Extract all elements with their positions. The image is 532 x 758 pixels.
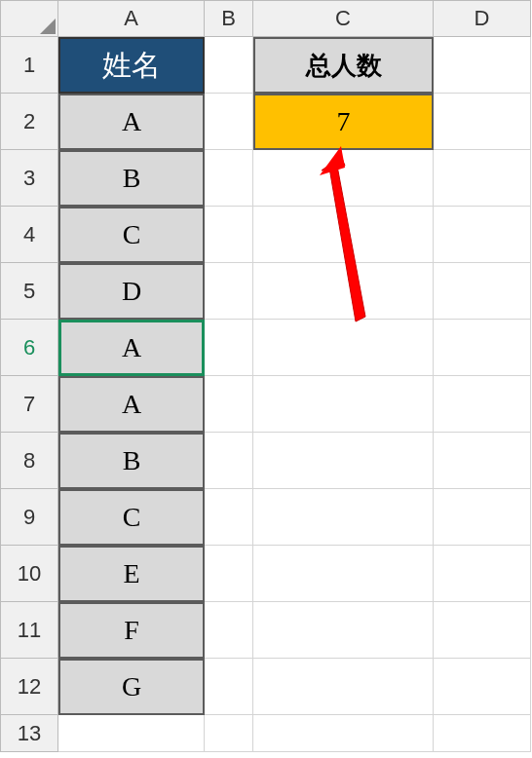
- cell-c12[interactable]: [253, 659, 434, 715]
- cell-a13[interactable]: [58, 715, 205, 752]
- cell-b5[interactable]: [205, 263, 253, 320]
- row-header-12[interactable]: 12: [0, 659, 58, 715]
- row-header-13[interactable]: 13: [0, 715, 58, 752]
- cell-d7[interactable]: [434, 376, 531, 433]
- cell-b3[interactable]: [205, 150, 253, 207]
- cell-b1[interactable]: [205, 37, 253, 94]
- cell-d9[interactable]: [434, 489, 531, 546]
- row-header-10[interactable]: 10: [0, 546, 58, 602]
- cell-d2[interactable]: [434, 94, 531, 150]
- cell-c10[interactable]: [253, 546, 434, 602]
- cell-b4[interactable]: [205, 207, 253, 263]
- cell-a12[interactable]: G: [58, 659, 205, 715]
- cell-b12[interactable]: [205, 659, 253, 715]
- row-header-2[interactable]: 2: [0, 94, 58, 150]
- cell-d1[interactable]: [434, 37, 531, 94]
- cell-b2[interactable]: [205, 94, 253, 150]
- cell-c2[interactable]: 7: [253, 94, 434, 150]
- row-header-3[interactable]: 3: [0, 150, 58, 207]
- cell-c4[interactable]: [253, 207, 434, 263]
- row-header-5[interactable]: 5: [0, 263, 58, 320]
- cell-b13[interactable]: [205, 715, 253, 752]
- cell-d5[interactable]: [434, 263, 531, 320]
- cell-c5[interactable]: [253, 263, 434, 320]
- cell-b6[interactable]: [205, 320, 253, 376]
- cell-d10[interactable]: [434, 546, 531, 602]
- cell-c7[interactable]: [253, 376, 434, 433]
- cell-b8[interactable]: [205, 433, 253, 489]
- cell-d11[interactable]: [434, 602, 531, 659]
- cell-c3[interactable]: [253, 150, 434, 207]
- row-header-9[interactable]: 9: [0, 489, 58, 546]
- cell-c1[interactable]: 总人数: [253, 37, 434, 94]
- cell-a7[interactable]: A: [58, 376, 205, 433]
- cell-d12[interactable]: [434, 659, 531, 715]
- cell-c11[interactable]: [253, 602, 434, 659]
- col-header-c[interactable]: C: [253, 0, 434, 37]
- cell-c9[interactable]: [253, 489, 434, 546]
- cell-a8[interactable]: B: [58, 433, 205, 489]
- cell-a4[interactable]: C: [58, 207, 205, 263]
- cell-d8[interactable]: [434, 433, 531, 489]
- cell-b11[interactable]: [205, 602, 253, 659]
- select-all-triangle-icon: [40, 19, 56, 34]
- row-header-6[interactable]: 6: [0, 320, 58, 376]
- row-header-1[interactable]: 1: [0, 37, 58, 94]
- cell-a11[interactable]: F: [58, 602, 205, 659]
- cell-c6[interactable]: [253, 320, 434, 376]
- cell-a10[interactable]: E: [58, 546, 205, 602]
- row-header-8[interactable]: 8: [0, 433, 58, 489]
- cell-a5[interactable]: D: [58, 263, 205, 320]
- cell-a1[interactable]: 姓名: [58, 37, 205, 94]
- cell-a6[interactable]: A: [58, 320, 205, 376]
- cell-a3[interactable]: B: [58, 150, 205, 207]
- cell-c13[interactable]: [253, 715, 434, 752]
- cell-d6[interactable]: [434, 320, 531, 376]
- cell-d13[interactable]: [434, 715, 531, 752]
- row-header-4[interactable]: 4: [0, 207, 58, 263]
- select-all-corner[interactable]: [0, 0, 58, 37]
- row-header-7[interactable]: 7: [0, 376, 58, 433]
- cell-d3[interactable]: [434, 150, 531, 207]
- cell-b7[interactable]: [205, 376, 253, 433]
- cell-a9[interactable]: C: [58, 489, 205, 546]
- cell-d4[interactable]: [434, 207, 531, 263]
- cell-b9[interactable]: [205, 489, 253, 546]
- row-header-11[interactable]: 11: [0, 602, 58, 659]
- cell-b10[interactable]: [205, 546, 253, 602]
- cell-a2[interactable]: A: [58, 94, 205, 150]
- col-header-d[interactable]: D: [434, 0, 531, 37]
- cell-c8[interactable]: [253, 433, 434, 489]
- col-header-b[interactable]: B: [205, 0, 253, 37]
- col-header-a[interactable]: A: [58, 0, 205, 37]
- spreadsheet-grid: A B C D 1 姓名 总人数 2 A 7 3 B 4 C 5 D 6 A 7…: [0, 0, 532, 752]
